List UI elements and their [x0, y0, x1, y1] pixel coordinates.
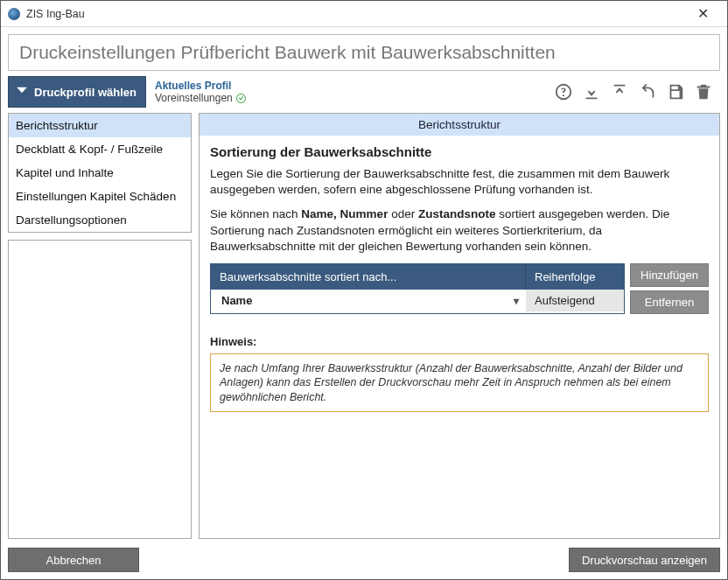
nav-item-deckblatt[interactable]: Deckblatt & Kopf- / Fußzeile — [9, 137, 191, 161]
toolbar: Druckprofil wählen Aktuelles Profil Vore… — [8, 76, 720, 108]
undo-icon[interactable] — [634, 79, 661, 105]
profile-select-label: Druckprofil wählen — [34, 86, 136, 99]
window-body: Druckeinstellungen Prüfbericht Bauwerk m… — [1, 27, 727, 579]
sort-field-dropdown[interactable]: Name ▾ — [211, 290, 526, 311]
save-icon[interactable] — [662, 79, 689, 105]
nav-item-berichtsstruktur[interactable]: Berichtsstruktur — [9, 114, 191, 137]
secondary-panel — [8, 240, 192, 539]
nav-item-schaeden[interactable]: Einstellungen Kapitel Schäden — [9, 185, 191, 208]
hint-box: Je nach Umfang Ihrer Bauwerksstruktur (A… — [210, 353, 709, 412]
app-icon — [8, 8, 20, 20]
sort-grid-row: Bauwerksabschnitte sortiert nach... Reih… — [210, 263, 709, 314]
nav-item-darstellung[interactable]: Darstellungsoptionen — [9, 208, 191, 232]
sort-order-value: Aufsteigend — [535, 294, 595, 307]
chevron-down-icon — [13, 81, 31, 103]
titlebar: ZIS Ing-Bau ✕ — [1, 1, 727, 27]
cancel-button[interactable]: Abbrechen — [8, 548, 139, 572]
add-button[interactable]: Hinzufügen — [630, 263, 709, 287]
page-title: Druckeinstellungen Prüfbericht Bauwerk m… — [8, 34, 720, 71]
sort-order-dropdown[interactable]: Aufsteigend — [526, 290, 624, 311]
sort-buttons: Hinzufügen Entfernen — [630, 263, 709, 314]
chevron-down-icon: ▾ — [514, 295, 519, 307]
preview-button[interactable]: Druckvorschau anzeigen — [569, 548, 720, 572]
check-icon — [236, 94, 246, 103]
sort-grid-header: Bauwerksabschnitte sortiert nach... Reih… — [211, 264, 624, 290]
sort-grid: Bauwerksabschnitte sortiert nach... Reih… — [210, 263, 625, 314]
right-column: Berichtsstruktur Sortierung der Bauwerks… — [199, 113, 720, 539]
profile-info-value: Voreinstellungen — [155, 92, 542, 104]
toolbar-icons — [550, 76, 720, 108]
delete-icon[interactable] — [690, 79, 717, 105]
window-title: ZIS Ing-Bau — [26, 8, 685, 20]
sort-grid-row-1: Name ▾ Aufsteigend — [211, 290, 624, 311]
nav-item-kapitel[interactable]: Kapitel und Inhalte — [9, 161, 191, 185]
remove-button[interactable]: Entfernen — [630, 290, 709, 314]
profile-info-label: Aktuelles Profil — [155, 80, 542, 92]
app-window: ZIS Ing-Bau ✕ Druckeinstellungen Prüfber… — [0, 0, 728, 580]
section-title: Sortierung der Bauwerksabschnitte — [210, 144, 709, 159]
col-sort-header: Bauwerksabschnitte sortiert nach... — [211, 264, 526, 290]
main-columns: Berichtsstruktur Deckblatt & Kopf- / Fuß… — [8, 113, 720, 539]
footer: Abbrechen Druckvorschau anzeigen — [8, 539, 720, 572]
section-header: Berichtsstruktur — [200, 114, 719, 136]
profile-select-button[interactable]: Druckprofil wählen — [8, 76, 146, 108]
nav-list: Berichtsstruktur Deckblatt & Kopf- / Fuß… — [8, 113, 192, 233]
help-icon[interactable] — [550, 79, 577, 105]
profile-info: Aktuelles Profil Voreinstellungen — [146, 76, 550, 108]
import-icon[interactable] — [578, 79, 605, 105]
section-body: Sortierung der Bauwerksabschnitte Legen … — [200, 136, 719, 538]
section-paragraph-1: Legen Sie die Sortierung der Bauwerksabs… — [210, 166, 709, 198]
left-column: Berichtsstruktur Deckblatt & Kopf- / Fuß… — [8, 113, 192, 539]
col-order-header: Reihenfolge — [526, 264, 624, 290]
close-button[interactable]: ✕ — [685, 5, 720, 22]
section-paragraph-2: Sie können nach Name, Nummer oder Zustan… — [210, 206, 709, 255]
export-icon[interactable] — [606, 79, 633, 105]
hint-label: Hinweis: — [210, 335, 709, 348]
sort-field-value: Name — [221, 294, 252, 307]
